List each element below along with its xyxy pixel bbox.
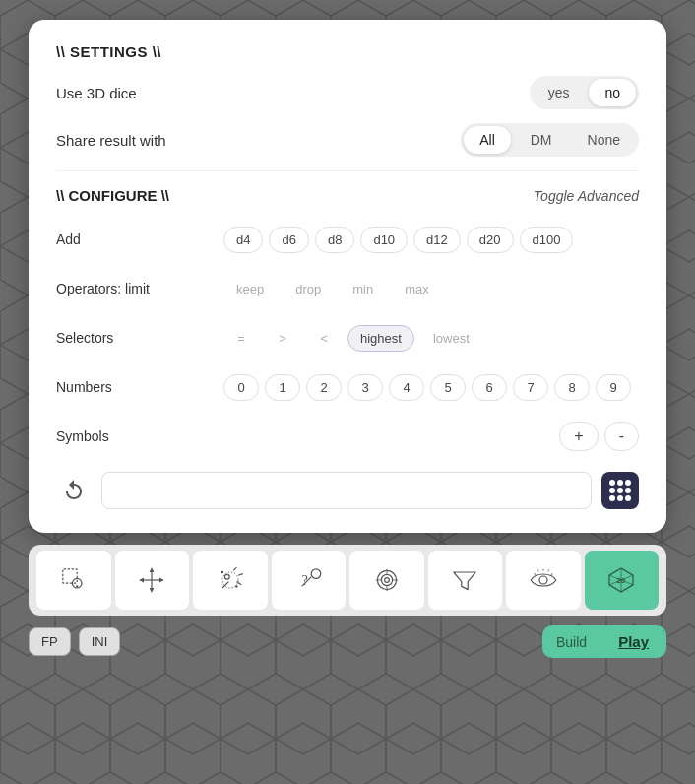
filter-tool-button[interactable] bbox=[428, 551, 503, 610]
add-row: Add d4 d6 d8 d10 d12 d20 d100 bbox=[56, 220, 639, 259]
selection-tool-button[interactable] bbox=[36, 551, 111, 610]
target-icon bbox=[371, 564, 403, 596]
symbols-row: Symbols + - bbox=[56, 417, 639, 456]
svg-point-18 bbox=[311, 569, 321, 579]
ini-button[interactable]: INI bbox=[79, 627, 121, 656]
roll-history-button[interactable] bbox=[56, 473, 92, 508]
svg-point-15 bbox=[221, 571, 223, 573]
settings-title: \\ SETTINGS \\ bbox=[56, 43, 639, 60]
sym-plus[interactable]: + bbox=[559, 422, 598, 451]
toggle-advanced-button[interactable]: Toggle Advanced bbox=[534, 188, 639, 204]
sel-highest[interactable]: highest bbox=[348, 325, 414, 352]
build-button[interactable]: Build bbox=[542, 626, 600, 658]
selection-icon bbox=[58, 564, 90, 596]
num-2[interactable]: 2 bbox=[306, 374, 342, 401]
sel-gt[interactable]: > bbox=[265, 325, 300, 352]
op-min[interactable]: min bbox=[340, 276, 386, 302]
num-7[interactable]: 7 bbox=[513, 374, 548, 401]
question-tool-button[interactable]: ? bbox=[272, 551, 347, 610]
move-icon bbox=[136, 564, 167, 596]
op-max[interactable]: max bbox=[392, 276, 442, 302]
numbers-group: 0 1 2 3 4 5 6 7 8 9 bbox=[223, 374, 631, 401]
divider-1 bbox=[56, 170, 639, 171]
num-9[interactable]: 9 bbox=[596, 374, 631, 401]
magic-tool-button[interactable] bbox=[193, 551, 268, 610]
operators-group: keep drop min max bbox=[223, 276, 442, 302]
fp-button[interactable]: FP bbox=[29, 627, 71, 656]
play-group: Build Play bbox=[542, 625, 666, 658]
svg-point-21 bbox=[381, 574, 392, 585]
use-3d-dice-row: Use 3D dice yes no bbox=[56, 76, 639, 109]
add-d20[interactable]: d20 bbox=[467, 227, 514, 253]
num-3[interactable]: 3 bbox=[348, 374, 383, 401]
num-6[interactable]: 6 bbox=[472, 374, 507, 401]
selectors-group: = > < highest lowest bbox=[223, 325, 482, 352]
selectors-label: Selectors bbox=[56, 330, 223, 346]
svg-text:20: 20 bbox=[616, 576, 625, 585]
share-result-label: Share result with bbox=[56, 132, 166, 149]
add-d10[interactable]: d10 bbox=[360, 227, 408, 253]
share-all[interactable]: All bbox=[464, 126, 511, 154]
sel-lt[interactable]: < bbox=[306, 325, 342, 352]
num-0[interactable]: 0 bbox=[223, 374, 259, 401]
share-dm[interactable]: DM bbox=[515, 126, 568, 154]
target-tool-button[interactable] bbox=[349, 551, 424, 610]
selectors-row: Selectors = > < highest lowest bbox=[56, 318, 639, 358]
svg-point-13 bbox=[224, 574, 229, 579]
operators-label: Operators: limit bbox=[56, 281, 223, 296]
d20-tool-button[interactable]: 20 bbox=[585, 551, 660, 610]
share-result-row: Share result with All DM None bbox=[56, 123, 639, 157]
action-left: FP INI bbox=[29, 627, 120, 656]
magic-wand-icon bbox=[215, 564, 246, 596]
op-drop[interactable]: drop bbox=[283, 276, 334, 302]
filter-icon bbox=[449, 564, 480, 596]
roll-dice-button[interactable] bbox=[601, 472, 639, 509]
view-tool-button[interactable] bbox=[506, 551, 581, 610]
svg-line-31 bbox=[537, 570, 538, 572]
share-result-group: All DM None bbox=[461, 123, 639, 157]
add-d6[interactable]: d6 bbox=[269, 227, 308, 253]
svg-point-16 bbox=[235, 585, 237, 587]
d20-icon: 20 bbox=[605, 564, 637, 596]
num-1[interactable]: 1 bbox=[265, 374, 300, 401]
sel-lowest[interactable]: lowest bbox=[420, 325, 482, 352]
use-3d-dice-no[interactable]: no bbox=[589, 79, 636, 106]
sel-eq[interactable]: = bbox=[223, 325, 259, 352]
history-icon bbox=[62, 479, 86, 502]
play-button[interactable]: Play bbox=[600, 625, 666, 658]
svg-line-32 bbox=[551, 574, 553, 575]
operators-row: Operators: limit keep drop min max bbox=[56, 269, 639, 308]
num-4[interactable]: 4 bbox=[389, 374, 424, 401]
configure-header: \\ CONFIGURE \\ Toggle Advanced bbox=[56, 187, 639, 204]
svg-line-11 bbox=[238, 574, 243, 576]
use-3d-dice-yes[interactable]: yes bbox=[533, 79, 586, 106]
eye-icon bbox=[528, 564, 559, 596]
add-d8[interactable]: d8 bbox=[315, 227, 354, 253]
svg-point-28 bbox=[539, 576, 547, 584]
svg-rect-0 bbox=[63, 569, 77, 583]
num-8[interactable]: 8 bbox=[554, 374, 590, 401]
share-none[interactable]: None bbox=[572, 126, 636, 154]
symbols-group: + - bbox=[559, 422, 639, 451]
num-5[interactable]: 5 bbox=[430, 374, 466, 401]
add-dice-group: d4 d6 d8 d10 d12 d20 d100 bbox=[223, 227, 573, 253]
sym-minus[interactable]: - bbox=[604, 422, 639, 451]
configure-title: \\ CONFIGURE \\ bbox=[56, 187, 169, 204]
svg-marker-8 bbox=[159, 578, 164, 583]
svg-line-30 bbox=[548, 570, 549, 572]
move-tool-button[interactable] bbox=[115, 551, 190, 610]
add-d12[interactable]: d12 bbox=[413, 227, 461, 253]
svg-line-14 bbox=[222, 582, 228, 588]
roll-expression-input[interactable] bbox=[101, 472, 592, 509]
svg-marker-5 bbox=[150, 567, 155, 572]
add-label: Add bbox=[56, 231, 223, 247]
op-keep[interactable]: keep bbox=[223, 276, 277, 302]
svg-line-33 bbox=[534, 574, 536, 575]
svg-marker-7 bbox=[139, 578, 144, 583]
add-d4[interactable]: d4 bbox=[223, 227, 263, 253]
add-d100[interactable]: d100 bbox=[520, 227, 574, 253]
use-3d-dice-label: Use 3D dice bbox=[56, 85, 137, 101]
svg-marker-27 bbox=[454, 572, 475, 590]
roll-row bbox=[56, 472, 639, 509]
numbers-row: Numbers 0 1 2 3 4 5 6 7 8 9 bbox=[56, 367, 639, 407]
